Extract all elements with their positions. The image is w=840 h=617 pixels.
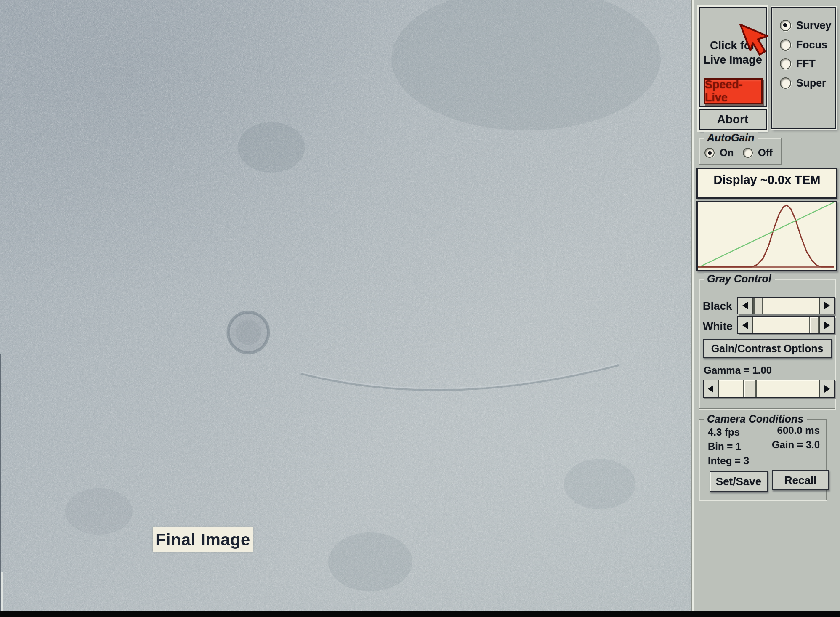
dark-smudge — [328, 532, 412, 591]
black-label: Black — [703, 300, 732, 313]
abort-button[interactable]: Abort — [699, 109, 767, 130]
radio-icon[interactable] — [780, 20, 791, 31]
white-track[interactable] — [753, 317, 809, 333]
fps-value: 4.3 fps — [708, 426, 740, 438]
screen-edge-highlight — [1, 572, 3, 617]
display-scale-header: Display ~0.0x TEM — [696, 168, 837, 199]
black-thumb[interactable] — [753, 298, 763, 314]
gain-contrast-options-button[interactable]: Gain/Contrast Options — [703, 339, 832, 358]
black-level-scrollbar[interactable] — [737, 297, 835, 314]
specimen-features — [0, 0, 691, 617]
gamma-right-arrow[interactable] — [819, 380, 834, 397]
white-label: White — [703, 320, 733, 333]
white-right-arrow[interactable] — [819, 317, 834, 333]
filament — [301, 365, 619, 390]
radio-icon[interactable] — [780, 39, 791, 51]
radio-icon[interactable] — [780, 77, 791, 89]
autogain-on-radio[interactable]: On — [704, 147, 734, 159]
tem-camera-app: Final Image Click for Live Image Speed-L… — [0, 0, 840, 617]
micrograph-viewport[interactable]: Final Image — [0, 0, 691, 617]
autogain-title: AutoGain — [704, 132, 758, 144]
right-arrow-icon — [824, 322, 830, 329]
speed-live-button[interactable]: Speed-Live — [704, 78, 763, 104]
gamma-track-left[interactable] — [719, 380, 743, 397]
radio-icon[interactable] — [780, 58, 791, 69]
left-arrow-icon — [708, 385, 713, 393]
set-save-button[interactable]: Set/Save — [710, 471, 768, 492]
right-arrow-icon — [824, 385, 830, 393]
black-track[interactable] — [763, 298, 819, 314]
right-arrow-icon — [824, 302, 830, 309]
gamma-track-right[interactable] — [757, 380, 819, 397]
live-image-button-label: Click for Live Image — [700, 38, 766, 67]
live-image-button[interactable]: Click for Live Image Speed-Live — [699, 7, 767, 107]
camera-control-panel: Click for Live Image Speed-Live Abort Su… — [691, 0, 840, 617]
vesicle-core — [236, 320, 261, 345]
screen-bezel — [0, 611, 840, 617]
white-left-arrow[interactable] — [738, 317, 753, 333]
dark-smudge — [238, 122, 305, 173]
final-image-label: Final Image — [153, 527, 253, 552]
left-arrow-icon — [742, 302, 748, 309]
white-thumb[interactable] — [809, 317, 819, 333]
exposure-value: 600.0 ms — [763, 425, 820, 436]
autogain-group: AutoGain On Off — [699, 138, 782, 165]
camera-conditions-title: Camera Conditions — [704, 413, 807, 425]
camera-conditions-group: Camera Conditions 4.3 fps 600.0 ms Bin =… — [699, 419, 827, 500]
integ-value: Integ = 3 — [708, 455, 749, 467]
gamma-thumb[interactable] — [743, 380, 757, 397]
white-level-scrollbar[interactable] — [737, 316, 835, 334]
histogram-panel — [696, 201, 837, 271]
gray-control-group: Gray Control Black White Gain/Contrast O… — [699, 279, 835, 409]
gain-value: Gain = 3.0 — [763, 439, 820, 451]
radio-icon[interactable] — [743, 148, 753, 158]
mode-select-box: Survey Focus FFT Super — [771, 7, 836, 129]
left-arrow-icon — [742, 322, 748, 329]
dark-smudge — [65, 488, 133, 535]
mode-radio-focus[interactable]: Focus — [780, 39, 827, 51]
gamma-scrollbar[interactable] — [703, 380, 835, 398]
mode-radio-fft[interactable]: FFT — [780, 58, 816, 70]
panel-divider — [691, 0, 694, 617]
bin-value: Bin = 1 — [708, 441, 741, 452]
dark-smudge — [564, 459, 635, 509]
mode-radio-survey[interactable]: Survey — [780, 19, 831, 32]
gray-control-title: Gray Control — [704, 273, 775, 285]
autogain-off-radio[interactable]: Off — [743, 147, 773, 159]
histogram-svg — [698, 202, 834, 268]
dark-smudge — [391, 0, 661, 130]
black-right-arrow[interactable] — [819, 298, 834, 314]
radio-icon[interactable] — [704, 148, 715, 158]
black-left-arrow[interactable] — [738, 298, 753, 314]
gamma-value-label: Gamma = 1.00 — [704, 364, 772, 376]
mode-radio-super[interactable]: Super — [780, 77, 826, 89]
gamma-left-arrow[interactable] — [704, 380, 719, 397]
recall-button[interactable]: Recall — [772, 470, 829, 490]
